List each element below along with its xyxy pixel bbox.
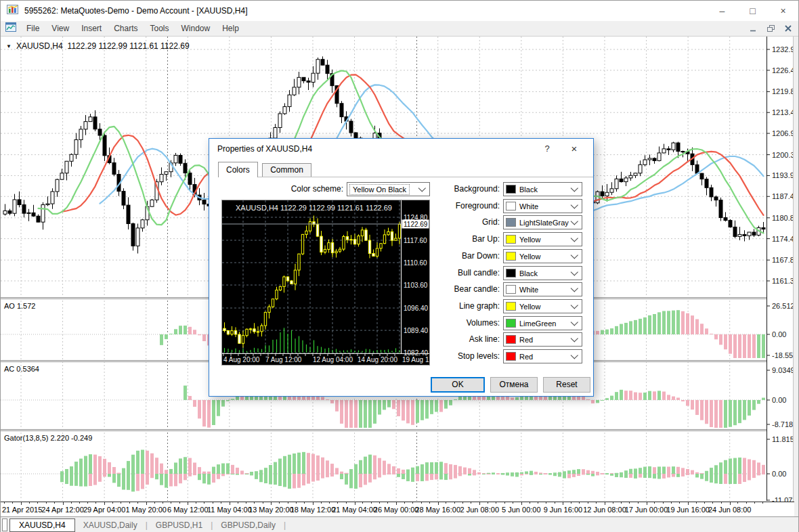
time-minor-tick bbox=[37, 502, 38, 504]
background-select[interactable]: Black bbox=[503, 182, 582, 196]
ask-line-value: Red bbox=[519, 336, 533, 344]
stop-levels-select[interactable]: Red bbox=[503, 349, 582, 363]
tab-gbpusd-h1[interactable]: GBPUSD,H1 bbox=[148, 520, 211, 530]
color-scheme-label: Color scheme: bbox=[250, 182, 343, 196]
dialog-close-icon[interactable]: × bbox=[562, 140, 586, 158]
color-swatch bbox=[506, 252, 516, 261]
time-minor-tick bbox=[54, 502, 55, 504]
ask-line-select[interactable]: Red bbox=[503, 332, 582, 347]
volumes-select[interactable]: LimeGreen bbox=[503, 316, 582, 330]
chart-symbol-dropdown-icon[interactable]: ▼ bbox=[6, 43, 12, 49]
line-graph-label: Line graph: bbox=[364, 299, 500, 313]
window-maximize-button[interactable]: □ bbox=[737, 1, 768, 21]
time-major-tick bbox=[730, 502, 731, 505]
time-minor-tick bbox=[588, 502, 588, 504]
price-axis[interactable]: 1232.901226.451219.851213.401206.951200.… bbox=[767, 37, 795, 502]
properties-dialog: Properties of XAUUSD,H4 ? × Colors Commo… bbox=[209, 138, 594, 397]
svg-text:4 Aug 20:00: 4 Aug 20:00 bbox=[223, 356, 260, 363]
foreground-select[interactable]: White bbox=[503, 199, 582, 213]
time-major-tick bbox=[605, 502, 605, 505]
line-graph-select[interactable]: Yellow bbox=[503, 299, 582, 313]
time-tick-label: 24 Jun 08:00 bbox=[708, 506, 752, 514]
time-minor-tick bbox=[112, 502, 113, 504]
grid-value: LightSlateGray bbox=[519, 219, 569, 227]
time-major-tick bbox=[355, 502, 355, 505]
bar-down-select[interactable]: Yellow bbox=[503, 249, 582, 263]
color-swatch bbox=[506, 202, 516, 210]
time-tick-label: 21 Apr 2015 bbox=[2, 506, 42, 514]
stop-levels-value: Red bbox=[519, 353, 533, 361]
time-minor-tick bbox=[346, 502, 347, 504]
window-minimize-button[interactable]: – bbox=[707, 1, 737, 21]
bar-up-select[interactable]: Yellow bbox=[503, 232, 582, 246]
line-graph-value: Yellow bbox=[519, 303, 540, 311]
dialog-tab-colors[interactable]: Colors bbox=[218, 162, 258, 177]
time-minor-tick bbox=[238, 502, 238, 504]
tab-xauusd-h4[interactable]: XAUUSD,H4 bbox=[9, 518, 75, 532]
chart-window-icon[interactable] bbox=[5, 22, 16, 35]
time-tick-label: 2 Jun 08:00 bbox=[460, 506, 500, 514]
color-swatch bbox=[506, 302, 516, 311]
bull-candle-select[interactable]: Black bbox=[503, 266, 582, 280]
mdi-restore-button[interactable] bbox=[766, 24, 775, 33]
tab-gbpusd-daily[interactable]: GBPUSD,Daily bbox=[213, 520, 284, 530]
menu-view[interactable]: View bbox=[45, 21, 75, 36]
bear-candle-select[interactable]: White bbox=[503, 282, 582, 296]
time-minor-tick bbox=[546, 502, 546, 504]
window-close-button[interactable]: × bbox=[768, 1, 798, 21]
dialog-tab-common[interactable]: Common bbox=[262, 163, 311, 177]
tab-separator: | bbox=[284, 520, 286, 530]
menu-file[interactable]: File bbox=[20, 21, 45, 36]
svg-text:1206.95: 1206.95 bbox=[772, 129, 794, 137]
svg-text:1219.85: 1219.85 bbox=[772, 87, 794, 95]
chevron-down-icon bbox=[569, 317, 580, 330]
time-minor-tick bbox=[679, 502, 680, 504]
menu-tools[interactable]: Tools bbox=[144, 21, 175, 36]
ok-button[interactable]: OK bbox=[431, 377, 485, 393]
time-minor-tick bbox=[754, 502, 755, 504]
time-minor-tick bbox=[121, 502, 121, 504]
time-minor-tick bbox=[496, 502, 496, 504]
ask-line-label: Ask line: bbox=[364, 332, 500, 347]
reset-button[interactable]: Reset bbox=[543, 377, 590, 393]
window-title: 5955262: MetaQuotes-Demo - Demo Account … bbox=[24, 6, 247, 16]
chevron-down-icon bbox=[569, 350, 580, 363]
menu-help[interactable]: Help bbox=[216, 21, 245, 36]
menu-insert[interactable]: Insert bbox=[75, 21, 108, 36]
time-minor-tick bbox=[421, 502, 422, 504]
time-minor-tick bbox=[721, 502, 722, 504]
time-minor-tick bbox=[329, 502, 330, 504]
tab-xauusd-daily[interactable]: XAUUSD,Daily bbox=[75, 520, 146, 530]
bar-down-value: Yellow bbox=[519, 252, 540, 261]
cancel-button[interactable]: Отмена bbox=[490, 377, 538, 393]
volumes-label: Volumes: bbox=[364, 316, 500, 330]
chevron-down-icon bbox=[569, 333, 580, 346]
svg-text:1232.90: 1232.90 bbox=[772, 45, 794, 53]
volumes-value: LimeGreen bbox=[519, 319, 556, 328]
time-tick-label: 29 Apr 04:00 bbox=[83, 506, 125, 514]
dialog-tab-strip: Colors Common bbox=[218, 162, 593, 177]
time-minor-tick bbox=[79, 502, 80, 504]
dialog-help-button[interactable]: ? bbox=[536, 140, 558, 158]
time-minor-tick bbox=[696, 502, 697, 504]
time-major-tick bbox=[63, 502, 64, 505]
time-minor-tick bbox=[213, 502, 213, 504]
svg-text:-8.7186: -8.7186 bbox=[772, 420, 794, 428]
menu-window[interactable]: Window bbox=[175, 21, 217, 36]
titlebar: 5955262: MetaQuotes-Demo - Demo Account … bbox=[1, 1, 798, 21]
time-minor-tick bbox=[87, 502, 88, 504]
time-axis[interactable]: 21 Apr 201524 Apr 12:0029 Apr 04:001 May… bbox=[1, 502, 794, 516]
svg-text:1167.80: 1167.80 bbox=[772, 256, 794, 264]
menu-charts[interactable]: Charts bbox=[108, 21, 144, 36]
time-minor-tick bbox=[163, 502, 163, 504]
window-controls: – □ × bbox=[707, 1, 798, 21]
time-minor-tick bbox=[71, 502, 72, 504]
time-minor-tick bbox=[613, 502, 613, 504]
time-minor-tick bbox=[671, 502, 672, 504]
grid-select[interactable]: LightSlateGray bbox=[503, 215, 582, 229]
mdi-minimize-button[interactable] bbox=[748, 24, 758, 33]
time-minor-tick bbox=[429, 502, 430, 504]
mdi-close-button[interactable] bbox=[783, 24, 793, 33]
svg-text:7 Aug 12:00: 7 Aug 12:00 bbox=[265, 356, 302, 363]
chart-tab-bar: XAUUSD,H4 XAUUSD,Daily | GBPUSD,H1 | GBP… bbox=[1, 516, 798, 532]
